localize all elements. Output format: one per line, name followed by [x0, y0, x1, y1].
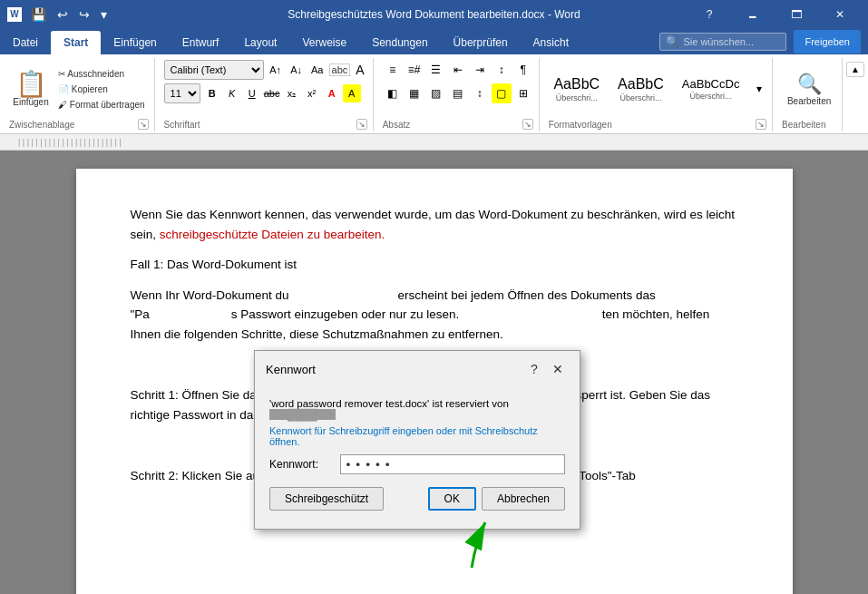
italic-button[interactable]: K [223, 84, 241, 102]
dialog-help-button[interactable]: ? [523, 358, 545, 380]
paste-icon: 📋 [15, 72, 47, 97]
style-item-3[interactable]: AaBbCcDc Überschri... [674, 73, 748, 105]
multilevel-button[interactable]: ☰ [426, 60, 446, 80]
qs-more-button[interactable]: ▾ [97, 5, 111, 24]
highlighted-text: schreibgeschützte Dateien zu bearbeiten. [160, 228, 385, 241]
bold-button[interactable]: B [203, 84, 221, 102]
tab-ansicht[interactable]: Ansicht [521, 31, 581, 54]
format-paint-button[interactable]: 🖌 Format übertragen [54, 98, 149, 112]
help-button[interactable]: ? [688, 0, 730, 29]
document-wrapper: Wenn Sie das Kennwort kennen, das verwen… [0, 151, 868, 594]
ribbon-group-clipboard: 📋 Einfügen ✂ Ausschneiden 📄 Kopieren 🖌 F… [4, 58, 155, 131]
paragraph-2: Fall 1: Das Word-Dokument ist [131, 255, 738, 275]
justify-button[interactable]: ▤ [448, 83, 468, 103]
tab-sendungen[interactable]: Sendungen [359, 31, 440, 54]
ribbon-group-font: Calibri (Text) A↑ A↓ Aa abc A 11 B K U [159, 58, 374, 131]
editing-group-label: Bearbeiten [782, 120, 825, 130]
styles-more-button[interactable]: ▾ [749, 79, 769, 99]
dialog-body: 'word password remover test.docx' ist re… [255, 387, 580, 529]
numbering-button[interactable]: ≡# [405, 60, 424, 80]
tab-start[interactable]: Start [51, 31, 101, 54]
style-item-1[interactable]: AaBbC Überschri... [545, 71, 608, 106]
dialog-title-buttons: ? ✕ [523, 358, 569, 380]
quick-access-toolbar: 💾 ↩ ↪ ▾ [27, 5, 111, 24]
dialog-title: Kennwort [266, 363, 316, 376]
sort-button[interactable]: ↕ [492, 60, 512, 80]
bullets-button[interactable]: ≡ [383, 60, 403, 80]
text-effects-button[interactable]: abc [329, 63, 351, 76]
ribbon-group-editing: 🔍 Bearbeiten Bearbeiten [776, 58, 843, 131]
align-left-button[interactable]: ◧ [383, 83, 403, 103]
maximize-button[interactable]: 🗖 [775, 0, 817, 29]
font-color-button[interactable]: A [323, 84, 341, 102]
tab-datei[interactable]: Datei [0, 31, 51, 54]
clipboard-expand-icon[interactable]: ↘ [138, 119, 149, 130]
minimize-button[interactable]: 🗕 [732, 0, 774, 29]
tab-entwurf[interactable]: Entwurf [170, 31, 232, 54]
dialog-password-row: Kennwort: [269, 454, 565, 474]
paste-label: Einfügen [13, 97, 48, 107]
paragraph-expand-icon[interactable]: ↘ [522, 119, 533, 130]
subscript-button[interactable]: x₂ [283, 84, 301, 102]
dialog-password-label: Kennwort: [269, 458, 333, 471]
password-input[interactable] [340, 454, 565, 474]
paragraph-3: Wenn Ihr Word-Dokument du erscheint bei … [131, 286, 738, 345]
font-name-select[interactable]: Calibri (Text) [164, 60, 264, 80]
edit-button[interactable]: 🔍 Bearbeiten [782, 68, 836, 111]
paste-button[interactable]: 📋 Einfügen [9, 67, 53, 112]
change-case-button[interactable]: Aa [308, 61, 327, 79]
superscript-button[interactable]: x² [303, 84, 321, 102]
write-protect-button[interactable]: Schreibgeschützt [269, 487, 384, 511]
ribbon-collapse-button[interactable]: ▲ [846, 62, 864, 77]
font-expand-icon[interactable]: ↘ [356, 119, 367, 130]
show-marks-button[interactable]: ¶ [513, 60, 533, 80]
title-bar-title: Schreibgeschütztes Word Dokument bearbei… [288, 8, 580, 21]
word-app-icon: W [7, 7, 22, 22]
borders-button[interactable]: ⊞ [513, 83, 533, 103]
align-center-button[interactable]: ▦ [405, 83, 424, 103]
close-button[interactable]: ✕ [819, 0, 861, 29]
strikethrough-button[interactable]: abc [263, 84, 281, 102]
search-input[interactable] [683, 36, 780, 47]
paragraph-1: Wenn Sie das Kennwort kennen, das verwen… [131, 205, 738, 244]
ribbon-tabs: Datei Start Einfügen Entwurf Layout Verw… [0, 29, 581, 54]
save-button[interactable]: 💾 [27, 5, 50, 24]
arrow-svg [444, 504, 499, 577]
arrow-indicator [444, 504, 499, 579]
font-size-select[interactable]: 11 [164, 83, 200, 103]
clipboard-group-label: Zwischenablage [9, 120, 74, 130]
tab-verweise[interactable]: Verweise [289, 31, 359, 54]
shading-button[interactable]: ▢ [492, 83, 512, 103]
align-right-button[interactable]: ▨ [426, 83, 446, 103]
decrease-indent-button[interactable]: ⇤ [448, 60, 468, 80]
title-bar: W 💾 ↩ ↪ ▾ Schreibgeschütztes Word Dokume… [0, 0, 868, 29]
tab-ueberpruefen[interactable]: Überprüfen [441, 31, 521, 54]
search-box[interactable]: 🔍 [659, 33, 786, 51]
copy-button[interactable]: 📄 Kopieren [54, 83, 149, 96]
font-group-label: Schriftart [164, 120, 200, 130]
dialog-title-bar: Kennwort ? ✕ [255, 351, 580, 387]
line-spacing-button[interactable]: ↕ [470, 83, 490, 103]
font-grow-button[interactable]: A↑ [267, 61, 285, 79]
reserved-by: ████ [269, 409, 336, 420]
font-shrink-button[interactable]: A↓ [288, 61, 306, 79]
cut-button[interactable]: ✂ Ausschneiden [54, 67, 149, 81]
dialog-close-button[interactable]: ✕ [547, 358, 569, 380]
dialog-warn-text: Kennwort für Schreibzugriff eingeben ode… [269, 425, 565, 447]
styles-expand-icon[interactable]: ↘ [756, 119, 766, 130]
clear-format-button[interactable]: A [353, 62, 366, 78]
password-dialog: Kennwort ? ✕ 'word password remover test… [254, 350, 580, 530]
tab-layout[interactable]: Layout [231, 31, 289, 54]
edit-label: Bearbeiten [787, 96, 831, 106]
redo-button[interactable]: ↪ [75, 5, 93, 24]
style-item-2[interactable]: AaBbC Überschri... [610, 71, 672, 106]
share-button[interactable]: Freigeben [794, 30, 861, 54]
ribbon-content: 📋 Einfügen ✂ Ausschneiden 📄 Kopieren 🖌 F… [0, 54, 868, 134]
highlight-color-button[interactable]: A [343, 84, 361, 102]
increase-indent-button[interactable]: ⇥ [470, 60, 490, 80]
window-controls: ? 🗕 🗖 ✕ [688, 0, 861, 29]
tab-einfuegen[interactable]: Einfügen [101, 31, 169, 54]
underline-button[interactable]: U [243, 84, 261, 102]
title-bar-left: W 💾 ↩ ↪ ▾ [7, 5, 111, 24]
undo-button[interactable]: ↩ [54, 5, 72, 24]
